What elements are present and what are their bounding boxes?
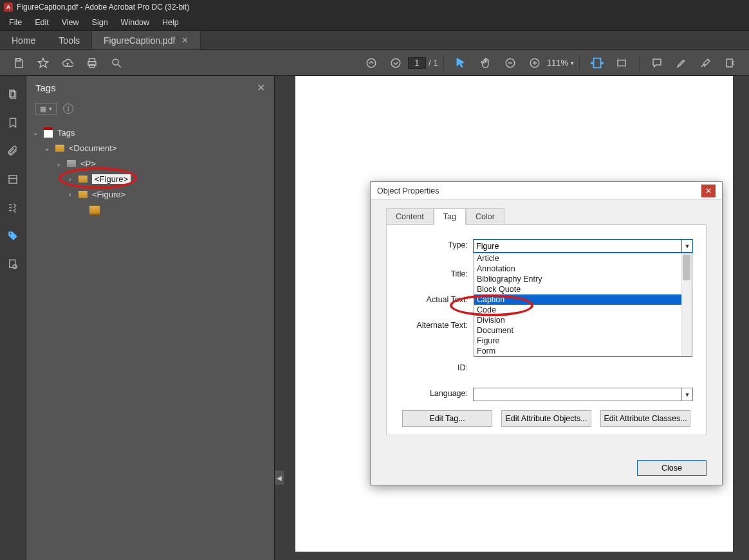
tab-document-label: FigureCaption.pdf <box>104 35 175 46</box>
tree-figure2-row[interactable]: › <Figure> <box>32 186 269 202</box>
hand-pan-icon[interactable] <box>477 55 494 71</box>
tags-tree: ⌄ Tags ⌄ <Document> ⌄ <P> › <Figure> › <box>26 118 274 224</box>
label-id: ID: <box>400 362 468 372</box>
menu-window[interactable]: Window <box>115 15 156 30</box>
chevron-down-icon[interactable]: ⌄ <box>32 129 39 136</box>
type-option[interactable]: Form <box>474 346 692 356</box>
type-option[interactable]: Annotation <box>474 264 692 274</box>
page-current-input[interactable] <box>408 57 426 69</box>
tree-document-row[interactable]: ⌄ <Document> <box>32 140 269 156</box>
zoom-out-icon[interactable] <box>502 55 519 71</box>
menu-sign[interactable]: Sign <box>86 15 115 30</box>
edit-attribute-classes-button[interactable]: Edit Attribute Classes... <box>600 410 690 427</box>
more-tools-icon[interactable] <box>722 55 739 71</box>
tags-panel-icon[interactable] <box>6 229 20 243</box>
menu-help[interactable]: Help <box>156 15 185 30</box>
sign-icon[interactable] <box>698 55 714 71</box>
type-option[interactable]: Document <box>474 325 692 336</box>
cloud-upload-icon[interactable] <box>59 55 76 71</box>
menu-edit[interactable]: Edit <box>28 15 55 30</box>
toolbar-separator <box>443 55 444 71</box>
page-up-icon[interactable] <box>363 55 380 71</box>
tree-figure1-row[interactable]: › <Figure> <box>32 171 269 186</box>
content-panel-icon[interactable] <box>6 172 20 186</box>
tree-figure1-label: <Figure> <box>92 174 131 184</box>
close-button[interactable]: Close <box>637 460 707 476</box>
panel-close-icon[interactable]: ✕ <box>257 82 265 94</box>
attachments-icon[interactable] <box>6 144 20 158</box>
tag-folder-icon <box>55 145 64 152</box>
menu-view[interactable]: View <box>55 15 86 30</box>
type-option[interactable]: Block Quote <box>474 284 692 294</box>
menu-file[interactable]: File <box>3 15 28 30</box>
fit-width-icon[interactable] <box>589 55 606 71</box>
order-panel-icon[interactable] <box>6 201 20 215</box>
highlight-icon[interactable] <box>673 55 690 71</box>
dialog-tab-tag[interactable]: Tag <box>434 208 466 225</box>
bookmarks-icon[interactable] <box>6 116 20 130</box>
thumbnails-icon[interactable] <box>6 87 20 102</box>
tree-document-label: <Document> <box>69 143 116 153</box>
zoom-in-icon[interactable] <box>526 55 543 71</box>
chevron-right-icon[interactable]: › <box>66 176 74 183</box>
scrollbar-thumb[interactable] <box>683 255 690 280</box>
tree-content-row[interactable] <box>32 202 269 217</box>
chevron-down-icon[interactable]: ▼ <box>681 240 692 252</box>
dialog-close-icon[interactable]: ✕ <box>701 185 716 197</box>
tag-folder-icon <box>79 176 88 183</box>
type-dropdown-list: Article Annotation Bibliography Entry Bl… <box>474 253 692 357</box>
tags-options-menu[interactable]: ▦▾ <box>35 103 57 115</box>
accessibility-report-icon[interactable] <box>6 257 20 271</box>
main-toolbar: / 1 111% ▾ <box>0 50 749 76</box>
type-option[interactable]: Figure <box>474 336 692 346</box>
toolbar-separator <box>639 55 640 71</box>
info-icon[interactable]: i <box>63 104 73 114</box>
tab-home[interactable]: Home <box>0 31 47 50</box>
tree-p-row[interactable]: ⌄ <P> <box>32 156 269 171</box>
edit-tag-button[interactable]: Edit Tag... <box>402 410 492 427</box>
zoom-dropdown[interactable]: 111% ▾ <box>547 58 574 68</box>
tab-close-icon[interactable]: ✕ <box>181 35 189 45</box>
type-option[interactable]: Division <box>474 315 692 325</box>
tags-panel-toolbar: ▦▾ i <box>26 99 274 118</box>
chevron-right-icon[interactable]: › <box>66 191 74 198</box>
save-icon[interactable] <box>10 55 27 71</box>
page-down-icon[interactable] <box>387 55 404 71</box>
chevron-down-icon[interactable]: ⌄ <box>43 145 51 152</box>
pdf-icon <box>44 127 53 138</box>
tags-panel-header: Tags ✕ <box>26 76 274 99</box>
chevron-down-icon[interactable]: ⌄ <box>55 160 62 167</box>
language-combobox[interactable]: ▼ <box>473 388 693 401</box>
dialog-footer: Close <box>637 460 707 476</box>
tree-root-row[interactable]: ⌄ Tags <box>32 125 269 140</box>
svg-line-6 <box>118 64 121 68</box>
document-tabs-bar: Home Tools FigureCaption.pdf ✕ <box>0 31 749 50</box>
type-option[interactable]: Bibliography Entry <box>474 274 692 284</box>
tab-document[interactable]: FigureCaption.pdf ✕ <box>92 31 201 50</box>
object-properties-dialog: Object Properties ✕ Content Tag Color Ty… <box>370 181 723 485</box>
dialog-tabs: Content Tag Color <box>386 208 722 224</box>
type-combobox[interactable]: Figure ▼ Article Annotation Bibliography… <box>473 239 693 253</box>
dialog-tab-content[interactable]: Content <box>386 208 434 225</box>
find-icon[interactable] <box>108 55 125 71</box>
tags-panel-title: Tags <box>35 82 56 93</box>
type-option[interactable]: Code <box>474 305 692 315</box>
chevron-down-icon[interactable]: ▼ <box>681 388 692 401</box>
type-option[interactable]: Article <box>474 253 692 264</box>
type-option-selected[interactable]: Caption <box>474 294 692 305</box>
fit-page-icon[interactable] <box>613 55 630 71</box>
edit-attribute-objects-button[interactable]: Edit Attribute Objects... <box>501 410 591 427</box>
dialog-title: Object Properties <box>377 186 439 195</box>
dialog-tab-color[interactable]: Color <box>466 208 504 225</box>
dialog-titlebar[interactable]: Object Properties ✕ <box>371 182 722 200</box>
comment-icon[interactable] <box>649 55 665 71</box>
print-icon[interactable] <box>84 55 100 71</box>
selection-arrow-icon[interactable] <box>453 55 470 71</box>
svg-point-7 <box>367 59 376 68</box>
dropdown-scrollbar[interactable] <box>681 253 692 356</box>
dialog-body: Type: Figure ▼ Article Annotation Biblio… <box>386 224 707 435</box>
tags-panel: Tags ✕ ▦▾ i ⌄ Tags ⌄ <Document> ⌄ <P> <box>26 76 275 560</box>
star-icon[interactable] <box>35 55 51 71</box>
tab-tools[interactable]: Tools <box>47 31 92 50</box>
panel-collapse-icon[interactable]: ◀ <box>275 471 284 485</box>
